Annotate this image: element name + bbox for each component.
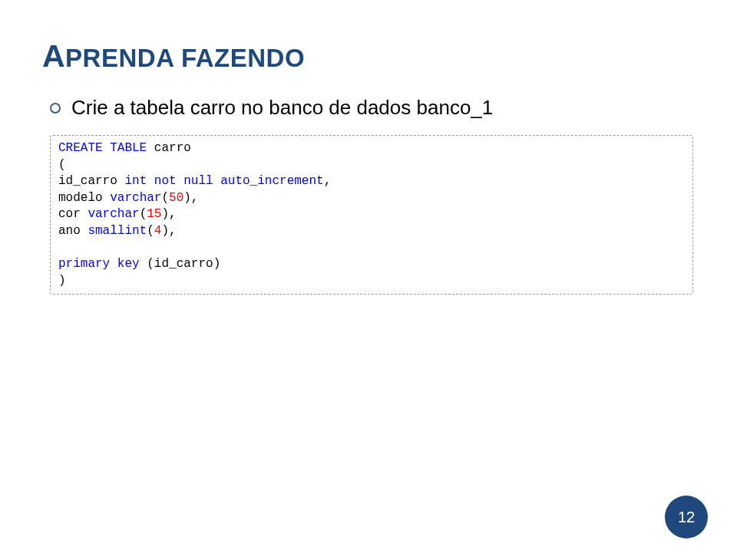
field-cor: cor xyxy=(58,207,88,221)
page-title: APRENDA FAZENDO xyxy=(42,38,695,74)
field-id-carro: id_carro xyxy=(58,174,124,188)
bullet-circle-icon xyxy=(50,103,61,114)
field-modelo: modelo xyxy=(58,191,110,205)
title-rest: PRENDA FAZENDO xyxy=(65,44,305,72)
open-paren: ( xyxy=(161,191,169,205)
code-block: CREATE TABLE carro ( id_carro int not nu… xyxy=(50,135,693,295)
slide-container: APRENDA FAZENDO Crie a tabela carro no b… xyxy=(0,0,737,560)
code-line-blank xyxy=(58,240,685,257)
title-first-letter: A xyxy=(42,38,65,74)
open-paren-3: ( xyxy=(147,224,154,238)
keyword-not-null: not null xyxy=(154,174,220,188)
open-paren-2: ( xyxy=(140,207,147,221)
field-ano: ano xyxy=(58,224,88,238)
num-4: 4 xyxy=(154,224,162,238)
close-paren-comma-3: ), xyxy=(161,224,176,238)
code-line-primary: primary key (id_carro) xyxy=(58,256,685,273)
keyword-varchar: varchar xyxy=(110,191,161,205)
keyword-smallint: smallint xyxy=(88,224,147,238)
code-line-open-paren: ( xyxy=(58,157,685,174)
keyword-varchar-2: varchar xyxy=(88,207,139,221)
code-line-idcarro: id_carro int not null auto_increment, xyxy=(58,173,685,190)
close-paren-comma-2: ), xyxy=(161,207,176,221)
bullet-text: Crie a tabela carro no banco de dados ba… xyxy=(71,96,493,120)
code-line-cor: cor varchar(15), xyxy=(58,206,685,223)
page-number-value: 12 xyxy=(678,509,695,526)
pk-field: (id_carro) xyxy=(147,257,220,271)
code-line-ano: ano smallint(4), xyxy=(58,223,685,240)
close-paren-comma: ), xyxy=(183,191,198,205)
comma: , xyxy=(324,174,332,188)
keyword-primary-key: primary key xyxy=(58,257,147,271)
keyword-auto-increment: auto_increment xyxy=(220,174,323,188)
table-name: carro xyxy=(154,141,191,155)
code-line-create: CREATE TABLE carro xyxy=(58,140,685,157)
page-number-badge: 12 xyxy=(665,496,708,539)
code-line-modelo: modelo varchar(50), xyxy=(58,190,685,207)
code-line-close-paren: ) xyxy=(58,273,685,290)
num-50: 50 xyxy=(169,191,183,205)
keyword-int: int xyxy=(124,174,154,188)
num-15: 15 xyxy=(147,207,161,221)
bullet-item: Crie a tabela carro no banco de dados ba… xyxy=(50,96,695,120)
keyword-create-table: CREATE TABLE xyxy=(58,141,154,155)
